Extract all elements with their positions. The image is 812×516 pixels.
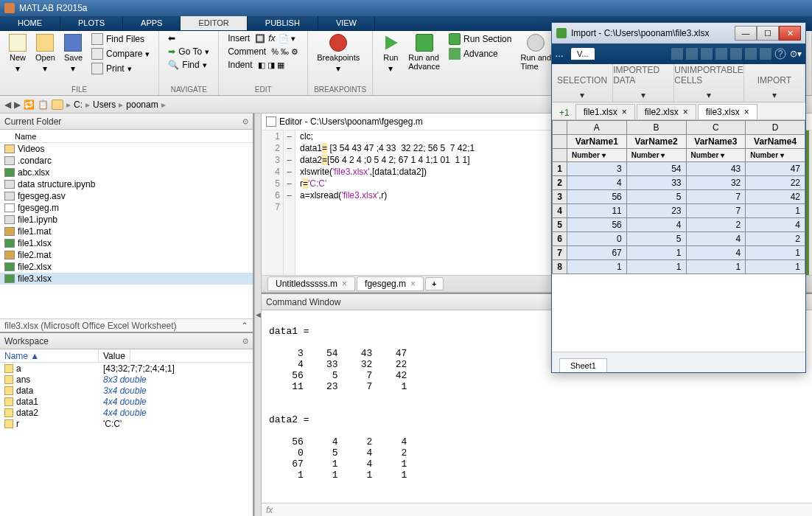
workspace-var[interactable]: data3x4 double <box>0 385 253 396</box>
section-selection[interactable]: SELECTION▾ <box>552 64 613 102</box>
tab-editor[interactable]: EDITOR <box>181 16 247 30</box>
file-item[interactable]: .condarc <box>0 155 253 167</box>
workspace-var[interactable]: data24x4 double <box>0 407 253 418</box>
editor-title: Editor - C:\Users\poonam\fgesgeg.m <box>279 116 423 127</box>
close-icon[interactable]: × <box>410 279 416 289</box>
add-file-tab[interactable]: +1 <box>555 106 574 119</box>
tab-home[interactable]: HOME <box>0 16 60 30</box>
toolbar-icon[interactable] <box>686 48 698 60</box>
tab-apps[interactable]: APPS <box>123 16 181 30</box>
run-advance-icon <box>416 34 433 52</box>
undo-icon[interactable] <box>745 48 757 60</box>
import-titlebar[interactable]: Import - C:\Users\poonam\file3.xlsx — ☐ … <box>552 23 805 43</box>
import-ribbon-tab[interactable]: V... <box>571 48 595 60</box>
file-item[interactable]: file1.xlsx <box>0 237 253 249</box>
close-icon[interactable]: × <box>342 279 347 289</box>
file-item[interactable]: file2.xlsx <box>0 261 253 273</box>
bc-part[interactable]: poonam <box>126 100 158 110</box>
scroll-left-icon[interactable]: … <box>555 49 568 59</box>
workspace-header: Workspace⊙ <box>0 333 253 349</box>
breakpoints-button[interactable]: Breakpoints▾ <box>314 32 363 75</box>
insert-button[interactable]: Insert 🔲 fx 📄 ▾ <box>225 32 301 44</box>
ws-col-name[interactable]: Name ▲ <box>0 349 99 362</box>
workspace-var[interactable]: data14x4 double <box>0 396 253 407</box>
nav-up2-icon[interactable]: 📋 <box>38 100 49 110</box>
bc-part[interactable]: Users <box>93 100 116 110</box>
close-icon[interactable]: × <box>622 107 627 117</box>
sheet-tab[interactable]: Sheet1 <box>559 358 607 372</box>
tab-publish[interactable]: PUBLISH <box>248 16 318 30</box>
print-icon <box>91 63 103 74</box>
run-section-button[interactable]: Run Section <box>446 32 514 46</box>
section-unimportable[interactable]: UNIMPORTABLE CELLS▾ <box>674 64 744 102</box>
close-button[interactable]: ✕ <box>779 26 801 41</box>
import-file-tab[interactable]: file3.xlsx× <box>698 104 757 119</box>
tab-view[interactable]: VIEW <box>318 16 375 30</box>
minimize-ribbon-icon[interactable]: ⊙▾ <box>789 49 802 59</box>
close-icon[interactable]: × <box>744 107 749 117</box>
editor-tab[interactable]: fgesgeg.m× <box>357 276 424 291</box>
workspace-var[interactable]: ans8x3 double <box>0 374 253 385</box>
import-file-tab[interactable]: file2.xlsx× <box>637 104 696 119</box>
section-import[interactable]: IMPORT▾ <box>744 64 805 102</box>
command-prompt[interactable]: fx <box>262 503 812 516</box>
title-bar: MATLAB R2015a <box>0 0 812 16</box>
import-file-tab[interactable]: file1.xlsx× <box>575 104 635 119</box>
print-button[interactable]: Print ▾ <box>88 62 153 75</box>
file-item[interactable]: abc.xlsx <box>0 167 253 178</box>
copy-icon[interactable] <box>715 48 727 60</box>
panel-dropdown-icon[interactable]: ⊙ <box>242 337 248 345</box>
file-item[interactable]: file1.ipynb <box>0 214 253 226</box>
file-item[interactable]: Videos <box>0 143 253 155</box>
minimize-button[interactable]: — <box>735 26 757 41</box>
close-icon[interactable]: × <box>683 107 688 117</box>
indent-button[interactable]: Indent ◧ ◨ ▦ <box>225 59 301 71</box>
file-item[interactable]: fgesgeg.m <box>0 202 253 214</box>
bc-part[interactable]: C: <box>74 100 83 110</box>
toolbar-icon[interactable] <box>671 48 683 60</box>
run-button[interactable]: Run▾ <box>379 32 402 75</box>
find-files-button[interactable]: Find Files <box>88 32 153 46</box>
nav-up-icon[interactable]: 🔁 <box>24 100 35 110</box>
vertical-splitter[interactable]: ◀ <box>254 114 262 516</box>
section-imported[interactable]: IMPORTED DATA▾ <box>613 64 674 102</box>
file-item[interactable]: fgesgeg.asv <box>0 190 253 202</box>
advance-button[interactable]: Advance <box>446 47 514 60</box>
new-tab-button[interactable]: + <box>425 277 443 290</box>
file-item[interactable]: file3.xlsx <box>0 273 253 285</box>
file-item[interactable]: data structure.ipynb <box>0 178 253 190</box>
editor-tab[interactable]: Untitledsssss.m× <box>267 276 355 291</box>
redo-icon[interactable] <box>760 48 771 60</box>
cut-icon[interactable] <box>701 48 713 60</box>
ws-col-value[interactable]: Value <box>99 349 130 362</box>
help-icon[interactable]: ? <box>774 48 786 60</box>
nav-back-icon[interactable]: ◀ <box>4 100 11 110</box>
open-button[interactable]: Open▾ <box>32 32 58 75</box>
expand-icon[interactable]: ⌃ <box>241 321 248 331</box>
panel-dropdown-icon[interactable]: ⊙ <box>242 117 248 125</box>
maximize-button[interactable]: ☐ <box>757 26 779 41</box>
save-disk-icon <box>64 34 82 52</box>
goto-button[interactable]: ➡Go To ▾ <box>165 46 212 57</box>
file-item[interactable]: file2.mat <box>0 249 253 261</box>
workspace-var[interactable]: r'C:C' <box>0 418 253 429</box>
folder-icon <box>4 144 15 153</box>
ribbon-group-edit: Insert 🔲 fx 📄 ▾ Comment % ‰ ⚙ Indent ◧ ◨… <box>219 31 308 95</box>
run-time-button[interactable]: Run and Time <box>517 32 554 72</box>
back-button[interactable]: ⬅ <box>165 32 212 44</box>
compare-button[interactable]: Compare ▾ <box>88 47 153 60</box>
comment-button[interactable]: Comment % ‰ ⚙ <box>225 46 301 57</box>
cf-col-name[interactable]: Name <box>0 130 253 143</box>
tab-plots[interactable]: PLOTS <box>60 16 123 30</box>
workspace-var[interactable]: a[43;32;7;7;2;4;4;1] <box>0 363 253 374</box>
paste-icon[interactable] <box>730 48 742 60</box>
nav-fwd-icon[interactable]: ▶ <box>14 100 21 110</box>
new-button[interactable]: New▾ <box>6 32 29 75</box>
save-button[interactable]: Save▾ <box>61 32 85 75</box>
find-button[interactable]: 🔍Find ▾ <box>165 59 212 71</box>
workspace-list[interactable]: a[43;32;7;7;2;4;4;1]ans8x3 doubledata3x4… <box>0 363 253 516</box>
run-advance-button[interactable]: Run and Advance <box>405 32 443 72</box>
file-item[interactable]: file1.mat <box>0 226 253 237</box>
current-folder-list[interactable]: Videos.condarcabc.xlsxdata structure.ipy… <box>0 143 253 318</box>
import-data-grid[interactable]: ABCDVarName1VarName2VarName3VarName4Numb… <box>552 120 805 352</box>
